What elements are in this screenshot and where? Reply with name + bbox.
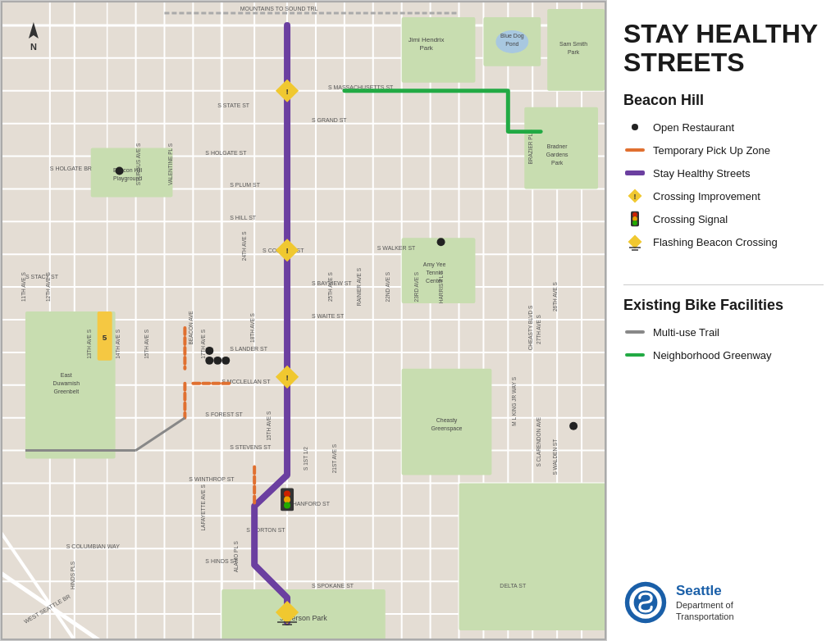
svg-text:N: N (30, 42, 37, 52)
legend-label-crossing-signal: Crossing Signal (653, 213, 728, 225)
svg-text:Greenbelt: Greenbelt (53, 389, 79, 394)
svg-text:S CLARENDON AVE: S CLARENDON AVE (536, 416, 541, 466)
svg-text:DELTA ST: DELTA ST (500, 583, 527, 589)
svg-point-153 (284, 490, 290, 497)
svg-rect-70 (459, 483, 606, 630)
sidebar: STAY HEALTHY STREETS Beacon Hill Open Re… (607, 0, 840, 641)
beacon-hill-title: Beacon Hill (623, 92, 824, 109)
svg-text:CHEASTY BLVD S: CHEASTY BLVD S (527, 305, 533, 350)
signal-icon (623, 211, 646, 227)
svg-text:S BAYVIEW ST: S BAYVIEW ST (312, 280, 352, 286)
svg-text:18TH AVE S: 18TH AVE S (249, 312, 255, 343)
svg-text:MOUNTAINS TO SOUND TRL: MOUNTAINS TO SOUND TRL (240, 6, 318, 11)
svg-text:S STEVENS ST: S STEVENS ST (230, 444, 272, 450)
beacon-icon (623, 234, 646, 250)
legend-label-healthy: Stay Healthy Streets (653, 167, 751, 180)
diamond-icon: ! (623, 188, 646, 204)
svg-text:!: ! (285, 373, 288, 382)
svg-text:S WINTHROP ST: S WINTHROP ST (189, 476, 235, 482)
svg-text:Amy Yee: Amy Yee (423, 261, 446, 268)
svg-text:East: East (61, 372, 72, 378)
svg-text:S HILL ST: S HILL ST (230, 215, 257, 220)
svg-text:M L KING JR WAY S: M L KING JR WAY S (511, 376, 517, 425)
svg-text:S STATE ST: S STATE ST (217, 102, 250, 108)
svg-text:STURGUS AVE S: STURGUS AVE S (135, 143, 141, 185)
svg-text:S LANDER ST: S LANDER ST (230, 346, 267, 352)
svg-text:22ND AVE S: 22ND AVE S (385, 271, 390, 302)
gray-line-icon (623, 324, 646, 340)
legend-beacon-crossing: Flashing Beacon Crossing (623, 234, 824, 250)
svg-text:13TH AVE S: 13TH AVE S (86, 329, 92, 359)
svg-text:S GRAND ST: S GRAND ST (312, 117, 347, 123)
svg-text:Pond: Pond (505, 41, 518, 47)
svg-text:S PLUM ST: S PLUM ST (230, 182, 261, 188)
svg-text:HINDS PLS: HINDS PLS (70, 561, 75, 589)
svg-text:VALENTINE PL S: VALENTINE PL S (167, 143, 173, 185)
svg-text:ALAMO PL S: ALAMO PL S (233, 540, 239, 572)
svg-text:LAFAYETTE AVE S: LAFAYETTE AVE S (200, 484, 206, 531)
svg-text:24TH AVE S: 24TH AVE S (241, 231, 247, 261)
map-container: Jimi Hendrix Park Blue Dog Pond Sam Smit… (0, 0, 607, 641)
svg-text:14TH AVE S: 14TH AVE S (115, 329, 121, 359)
svg-text:Blue Dog: Blue Dog (500, 33, 524, 39)
sdot-logo-icon (623, 580, 668, 625)
svg-point-137 (205, 347, 213, 355)
svg-text:S STACY ST: S STACY ST (25, 274, 59, 280)
legend-label-beacon: Flashing Beacon Crossing (653, 236, 778, 248)
svg-point-142 (569, 422, 578, 430)
svg-text:5: 5 (103, 333, 107, 342)
sdot-dept-label: Department ofTransportation (676, 599, 734, 623)
svg-text:S SPOKANE ST: S SPOKANE ST (312, 583, 354, 589)
svg-point-162 (632, 212, 637, 217)
svg-text:Duwamish: Duwamish (53, 380, 80, 386)
svg-text:26TH AVE S: 26TH AVE S (552, 282, 558, 312)
legend-multi-trail: Multi-use Trail (623, 324, 824, 340)
svg-text:!: ! (285, 246, 288, 255)
legend-label-pickup: Temporary Pick Up Zone (653, 144, 770, 157)
svg-point-155 (284, 502, 290, 508)
svg-text:Bradner: Bradner (547, 143, 568, 149)
svg-point-141 (437, 238, 445, 246)
legend-healthy-streets: Stay Healthy Streets (623, 165, 824, 181)
svg-text:S COLUMBIAN WAY: S COLUMBIAN WAY (66, 543, 120, 549)
svg-text:S HOLGATE ST: S HOLGATE ST (205, 150, 247, 156)
svg-text:15TH AVE S: 15TH AVE S (144, 329, 149, 359)
svg-point-163 (632, 216, 637, 221)
legend-label-crossing-improvement: Crossing Improvement (653, 190, 760, 202)
purple-line-icon (623, 165, 646, 181)
svg-text:15TH AVE S: 15TH AVE S (266, 411, 272, 441)
svg-text:S WAITE ST: S WAITE ST (312, 313, 345, 319)
dot-icon (623, 119, 646, 135)
svg-text:RAINIER AVE S: RAINIER AVE S (356, 267, 362, 306)
orange-line-icon (623, 142, 646, 158)
svg-text:Jimi Hendrix: Jimi Hendrix (409, 36, 445, 43)
svg-text:Greenspace: Greenspace (431, 425, 463, 432)
svg-text:!: ! (634, 193, 637, 201)
divider (623, 284, 824, 285)
svg-text:HARRIS PL S: HARRIS PL S (438, 270, 444, 303)
svg-point-138 (205, 357, 213, 365)
sdot-logo: Seattle Department ofTransportation (623, 572, 824, 625)
legend-crossing-improvement: ! Crossing Improvement (623, 188, 824, 204)
legend-pickup-zone: Temporary Pick Up Zone (623, 142, 824, 158)
legend-label-restaurant: Open Restaurant (653, 121, 734, 134)
svg-text:Sam Smith: Sam Smith (559, 41, 587, 47)
svg-text:17TH AVE S: 17TH AVE S (200, 329, 206, 359)
svg-text:S WALDEN ST: S WALDEN ST (552, 439, 558, 475)
green-line-icon (623, 347, 646, 363)
svg-text:12TH AVE S: 12TH AVE S (45, 272, 51, 302)
existing-facilities-title: Existing Bike Facilities (623, 297, 824, 314)
svg-text:25TH AVE S: 25TH AVE S (327, 272, 333, 302)
legend-greenway: Neighborhood Greenway (623, 347, 824, 363)
sdot-seattle-label: Seattle (676, 583, 734, 599)
svg-text:21ST AVE S: 21ST AVE S (331, 443, 337, 473)
svg-text:Park: Park (568, 49, 580, 55)
legend-label-greenway: Neighborhood Greenway (653, 349, 772, 361)
svg-text:Gardens: Gardens (546, 152, 568, 157)
svg-text:Park: Park (551, 160, 564, 166)
svg-text:S WALKER ST: S WALKER ST (377, 245, 416, 251)
svg-text:S HOLGATE BR: S HOLGATE BR (50, 166, 92, 171)
svg-point-140 (221, 357, 230, 365)
svg-text:BRAZIER PLS: BRAZIER PLS (527, 130, 533, 165)
legend-list: Open Restaurant Temporary Pick Up Zone S… (623, 119, 824, 257)
